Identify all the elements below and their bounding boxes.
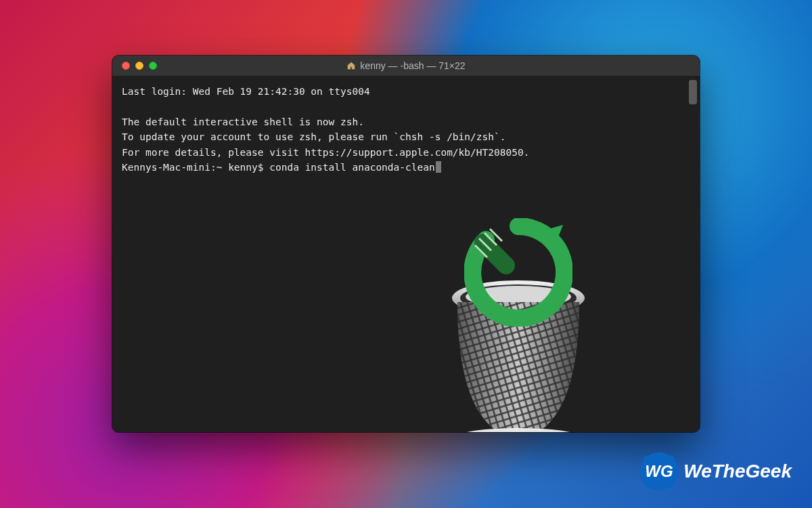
window-titlebar[interactable]: kenny — -bash — 71×22: [112, 56, 700, 76]
terminal-line: The default interactive shell is now zsh…: [122, 117, 364, 127]
terminal-line: For more details, please visit https://s…: [122, 147, 529, 158]
window-title: kenny — -bash — 71×22: [112, 60, 700, 71]
traffic-lights: [122, 62, 157, 70]
window-title-text: kenny — -bash — 71×22: [360, 60, 465, 71]
badge-letters: WG: [646, 462, 673, 480]
terminal-command: conda install anaconda-clean: [269, 162, 434, 173]
svg-point-5: [459, 428, 578, 432]
terminal-line: To update your account to use zsh, pleas…: [122, 131, 505, 142]
minimize-icon[interactable]: [135, 62, 143, 70]
terminal-line: Last login: Wed Feb 19 21:42:30 on ttys0…: [122, 86, 370, 97]
anaconda-logo-icon: [464, 218, 572, 326]
terminal-window[interactable]: kenny — -bash — 71×22 Last login: Wed Fe…: [112, 56, 700, 432]
home-folder-icon: [346, 61, 356, 70]
overlay-graphic: [437, 232, 600, 432]
watermark: WG WeTheGeek: [640, 452, 792, 490]
scrollbar-thumb[interactable]: [689, 80, 697, 104]
terminal-prompt: Kennys-Mac-mini:~ kenny$: [122, 162, 269, 173]
close-icon[interactable]: [122, 62, 130, 70]
text-cursor-icon: [436, 161, 441, 173]
terminal-content[interactable]: Last login: Wed Feb 19 21:42:30 on ttys0…: [112, 76, 700, 184]
zoom-icon[interactable]: [149, 62, 157, 70]
watermark-text: WeTheGeek: [683, 461, 792, 482]
wethegeek-badge-icon: WG: [640, 452, 678, 490]
